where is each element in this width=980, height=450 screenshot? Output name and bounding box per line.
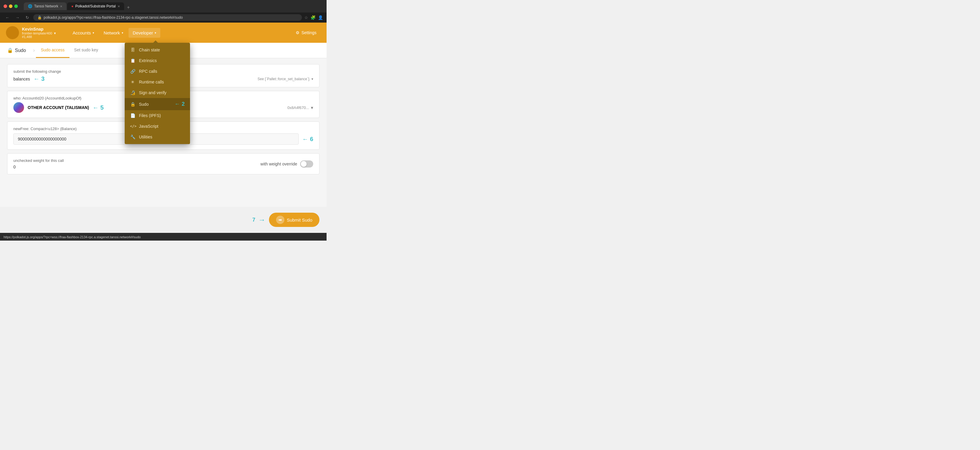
dropdown-pointer xyxy=(153,40,158,43)
status-url: https://polkadot.js.org/apps/?rpc=wss://… xyxy=(3,235,141,239)
browser-tools: ☆ 🧩 👤 xyxy=(304,15,323,20)
form-section-weight: unchecked weight for this call 0 with we… xyxy=(7,153,320,174)
step-3: 3 xyxy=(41,75,45,82)
extrinsics-label: Extrinsics xyxy=(139,58,157,63)
files-ipfs-label: Files (IPFS) xyxy=(139,113,161,118)
network-chevron-icon: ▾ xyxy=(122,31,123,35)
javascript-icon: </> xyxy=(130,124,135,128)
profile-icon[interactable]: 👤 xyxy=(318,15,323,20)
address-text: polkadot.js.org/apps/?rpc=wss://fraa-fla… xyxy=(44,16,183,19)
maximize-button[interactable] xyxy=(14,5,18,8)
menu-sudo[interactable]: 🔒 Sudo ← 2 xyxy=(125,98,190,110)
sudo-arrow-annotation: ← xyxy=(175,101,180,107)
tab-close-2[interactable]: ✕ xyxy=(118,5,120,8)
address-chevron-icon[interactable]: ▾ xyxy=(311,105,313,110)
menu-javascript[interactable]: </> JavaScript xyxy=(125,121,190,132)
page-lock-icon: 🔒 xyxy=(7,48,13,53)
override-label: with weight override xyxy=(260,161,297,166)
header-nav: Accounts ▾ Network ▾ Developer ▾ xyxy=(68,28,160,38)
bookmark-icon[interactable]: ☆ xyxy=(304,15,308,20)
weight-label: unchecked weight for this call xyxy=(13,158,64,163)
submit-area: 7 → ➡ Submit Sudo xyxy=(0,207,326,233)
app-header: KevinSnap frontier-template/400 ▼ #1,488… xyxy=(0,22,326,43)
tab-tanssi-network[interactable]: 🌐 Tanssi Network ✕ xyxy=(24,2,67,10)
browser-titlebar: 🌐 Tanssi Network ✕ ● Polkadot/Substrate … xyxy=(0,0,326,13)
menu-utilities[interactable]: 🔧 Utilities xyxy=(125,132,190,142)
menu-chain-state[interactable]: 🗄 Chain state xyxy=(125,45,190,55)
menu-files-ipfs[interactable]: 📄 Files (IPFS) xyxy=(125,110,190,121)
traffic-lights xyxy=(3,5,18,8)
nav-network[interactable]: Network ▾ xyxy=(99,28,127,38)
address-bar[interactable]: 🔒 polkadot.js.org/apps/?rpc=wss://fraa-f… xyxy=(33,14,302,21)
balances-value: balances ← 3 xyxy=(13,75,129,82)
back-button[interactable]: ← xyxy=(3,14,11,21)
account-block: #1,488 xyxy=(22,35,56,38)
sudo-icon: 🔒 xyxy=(130,102,135,107)
extensions-icon[interactable]: 🧩 xyxy=(310,15,316,20)
runtime-calls-label: Runtime calls xyxy=(139,80,164,85)
menu-extrinsics[interactable]: 📋 Extrinsics xyxy=(125,55,190,66)
step-6: 6 xyxy=(310,136,313,142)
tab-set-sudo-key[interactable]: Set sudo key xyxy=(70,43,103,58)
submit-annotation: 7 → xyxy=(252,215,266,224)
account-name: KevinSnap xyxy=(22,27,56,32)
tab-polkadot-portal[interactable]: ● Polkadot/Substrate Portal ✕ xyxy=(67,2,124,10)
tab-favicon-1: 🌐 xyxy=(28,4,32,8)
weight-override: with weight override xyxy=(260,160,313,168)
developer-chevron-icon: ▾ xyxy=(155,31,156,35)
menu-runtime-calls[interactable]: ✳ Runtime calls xyxy=(125,77,190,87)
annotation-6: ← 6 xyxy=(302,136,313,142)
nav-developer[interactable]: Developer ▾ xyxy=(129,28,160,38)
weight-row: unchecked weight for this call 0 with we… xyxy=(13,158,313,169)
weight-override-toggle[interactable] xyxy=(300,160,313,168)
settings-button[interactable]: ⚙ Settings xyxy=(291,28,321,37)
submit-sudo-button[interactable]: ➡ Submit Sudo xyxy=(269,213,320,227)
left-arrow-3: ← xyxy=(33,75,40,82)
gear-icon: ⚙ xyxy=(296,30,299,35)
rpc-calls-icon: 🔗 xyxy=(130,69,135,73)
browser-chrome: 🌐 Tanssi Network ✕ ● Polkadot/Substrate … xyxy=(0,0,326,22)
weight-value: 0 xyxy=(13,164,64,169)
right-arrow-7: → xyxy=(258,215,266,224)
nav-accounts-label: Accounts xyxy=(72,30,91,35)
nav-accounts[interactable]: Accounts ▾ xyxy=(68,28,98,38)
reload-button[interactable]: ↻ xyxy=(24,14,31,21)
chain-dropdown-icon[interactable]: ▼ xyxy=(53,32,57,35)
balances-text: balances xyxy=(13,77,30,81)
minimize-button[interactable] xyxy=(9,5,13,8)
tab-sudo-access[interactable]: Sudo access xyxy=(36,43,69,58)
developer-dropdown-menu: 🗄 Chain state 📋 Extrinsics 🔗 RPC calls ✳… xyxy=(125,43,190,144)
left-arrow-6: ← xyxy=(302,136,308,142)
nav-developer-label: Developer xyxy=(133,30,153,35)
ssl-lock-icon: 🔒 xyxy=(37,16,42,19)
step-7-label: 7 xyxy=(252,217,255,223)
left-arrow-5: ← xyxy=(92,104,99,111)
runtime-calls-icon: ✳ xyxy=(130,80,135,85)
browser-tabs: 🌐 Tanssi Network ✕ ● Polkadot/Substrate … xyxy=(20,2,136,10)
forward-button[interactable]: → xyxy=(14,14,21,21)
sudo-label: Sudo xyxy=(139,102,149,107)
tab-close-1[interactable]: ✕ xyxy=(60,5,62,8)
who-value: OTHER ACCOUNT (TALISMAN) xyxy=(28,105,89,110)
avatar xyxy=(6,26,19,39)
account-details: KevinSnap frontier-template/400 ▼ #1,488 xyxy=(22,27,56,38)
settings-label: Settings xyxy=(301,30,317,35)
annotation-5: ← 5 xyxy=(92,104,103,111)
sudo-step-num: 2 xyxy=(182,101,185,107)
breadcrumb-separator: › xyxy=(33,47,35,53)
javascript-label: JavaScript xyxy=(139,124,158,129)
new-tab-button[interactable]: + xyxy=(125,5,132,10)
account-avatar-row xyxy=(13,102,24,113)
close-button[interactable] xyxy=(3,5,7,8)
tab-label-1: Tanssi Network xyxy=(34,4,58,8)
status-bar: https://polkadot.js.org/apps/?rpc=wss://… xyxy=(0,233,326,241)
files-ipfs-icon: 📄 xyxy=(130,113,135,118)
balances-col: balances ← 3 xyxy=(13,75,129,82)
chain-state-icon: 🗄 xyxy=(130,48,135,52)
step-5: 5 xyxy=(100,104,103,111)
menu-sign-verify[interactable]: 🔏 Sign and verify xyxy=(125,87,190,98)
tab-label-2: Polkadot/Substrate Portal xyxy=(75,4,116,8)
browser-addressbar: ← → ↻ 🔒 polkadot.js.org/apps/?rpc=wss://… xyxy=(0,13,326,22)
menu-rpc-calls[interactable]: 🔗 RPC calls xyxy=(125,66,190,77)
see-pallet-link[interactable]: See [`Pallet::force_set_balance`]. ▾ xyxy=(258,77,313,81)
